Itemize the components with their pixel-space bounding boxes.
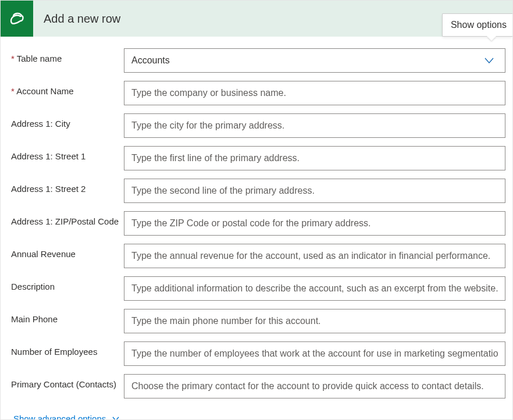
page-title: Add a new row [44, 12, 120, 26]
form-row: Annual Revenue [11, 244, 505, 268]
field-label: Number of Employees [11, 341, 124, 358]
dataverse-icon [1, 1, 33, 37]
field-label: Account Name [11, 81, 124, 97]
form-row: Account Name [11, 81, 505, 105]
label-table-name: Table name [11, 48, 124, 65]
field-label: Primary Contact (Contacts) [11, 374, 124, 390]
form-row: Primary Contact (Contacts) [11, 374, 505, 398]
field-input[interactable] [124, 81, 505, 105]
field-label: Annual Revenue [11, 244, 124, 260]
form-row: Main Phone [11, 309, 505, 333]
field-input[interactable] [124, 113, 505, 138]
field-label: Main Phone [11, 309, 124, 325]
row-table-name: Table name Accounts [11, 48, 505, 73]
show-options-tooltip[interactable]: Show options [442, 13, 512, 37]
show-advanced-options-label: Show advanced options [13, 414, 106, 420]
header: Add a new row Show options [1, 1, 512, 37]
field-input[interactable] [124, 374, 505, 398]
field-input[interactable] [124, 146, 505, 170]
field-label: Address 1: Street 1 [11, 146, 124, 162]
field-label: Address 1: ZIP/Postal Code [11, 211, 124, 227]
field-label: Address 1: Street 2 [11, 179, 124, 195]
form-row: Address 1: ZIP/Postal Code [11, 211, 505, 236]
form: Table name Accounts Account NameAddress … [1, 37, 512, 420]
chevron-down-icon [112, 415, 120, 421]
field-input[interactable] [124, 341, 505, 366]
field-input[interactable] [124, 211, 505, 236]
field-input[interactable] [124, 309, 505, 333]
show-advanced-options-link[interactable]: Show advanced options [11, 410, 120, 420]
field-input[interactable] [124, 276, 505, 301]
chevron-down-icon [484, 55, 494, 66]
table-name-select[interactable]: Accounts [124, 48, 505, 73]
form-row: Address 1: Street 1 [11, 146, 505, 170]
field-input[interactable] [124, 244, 505, 268]
field-label: Description [11, 276, 124, 293]
form-row: Address 1: Street 2 [11, 179, 505, 203]
form-row: Address 1: City [11, 113, 505, 138]
table-name-value: Accounts [131, 55, 170, 66]
form-row: Description [11, 276, 505, 301]
form-row: Number of Employees [11, 341, 505, 366]
field-input[interactable] [124, 179, 505, 203]
field-label: Address 1: City [11, 113, 124, 130]
